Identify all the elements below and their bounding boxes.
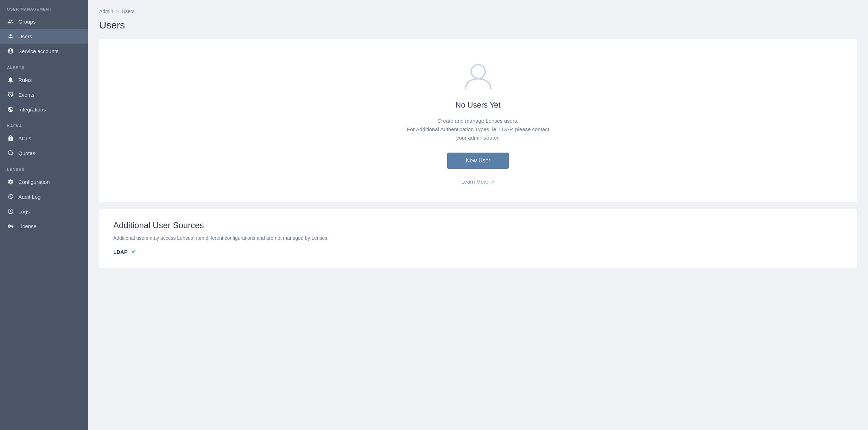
empty-state-card: No Users Yet Create and manage Lenses us… [99,39,857,202]
page-title: Users [99,20,857,31]
user-icon [7,33,14,40]
sidebar-item-license[interactable]: License [0,219,88,233]
external-link-icon: ↗ [490,179,495,185]
service-accounts-label: Service accounts [18,48,58,54]
sidebar-item-acls[interactable]: ACLs [0,131,88,146]
sidebar-item-configuration[interactable]: Configuration [0,174,88,189]
audit-log-icon [7,193,14,200]
sidebar-item-groups[interactable]: Groups [0,14,88,29]
alerts-section-label: ALERTS [0,58,88,72]
ldap-status-icon: ✔ [131,248,137,256]
sidebar-item-integrations[interactable]: Integrations [0,102,88,117]
integrations-label: Integrations [18,107,46,113]
sidebar-item-quotas[interactable]: Quotas [0,146,88,160]
logs-label: Logs [18,208,30,214]
sidebar-item-rules[interactable]: Rules [0,72,88,87]
rules-label: Rules [18,77,32,83]
groups-label: Groups [18,19,36,25]
kafka-section-label: KAFKA [0,117,88,131]
lenses-section-label: LENSES [0,160,88,174]
sidebar-item-users[interactable]: Users [0,29,88,44]
sidebar-item-service-accounts[interactable]: Service accounts [0,44,88,58]
users-label: Users [18,33,32,39]
breadcrumb-users: Users [122,8,135,14]
additional-sources-title: Additional User Sources [113,220,843,230]
new-user-button[interactable]: New User [447,153,508,169]
breadcrumb-admin[interactable]: Admin [99,8,113,14]
additional-sources-card: Additional User Sources Additional users… [99,209,857,268]
events-icon [7,91,14,98]
rules-icon [7,76,14,83]
events-label: Events [18,92,34,98]
empty-state-title: No Users Yet [455,101,500,110]
license-icon [7,223,14,230]
integrations-icon [7,106,14,113]
audit-log-label: Audit Log [18,194,40,200]
learn-more-text: Learn More [461,179,488,185]
ldap-row: LDAP ✔ [113,248,843,256]
quotas-label: Quotas [18,150,35,156]
svg-point-0 [471,65,485,79]
learn-more-link[interactable]: Learn More ↗ [461,179,495,185]
configuration-icon [7,178,14,185]
sidebar-item-audit-log[interactable]: Audit Log [0,189,88,204]
groups-icon [7,18,14,25]
configuration-label: Configuration [18,179,50,185]
license-label: License [18,223,37,229]
quotas-icon [7,149,14,156]
main-content: Admin > Users Users No Users Yet Create … [88,0,868,430]
sidebar-item-events[interactable]: Events [0,87,88,102]
sidebar: USER MANAGEMENT Groups Users Service acc… [0,0,88,430]
user-management-section-label: USER MANAGEMENT [0,0,88,14]
breadcrumb: Admin > Users [99,8,857,14]
sidebar-item-logs[interactable]: Logs [0,204,88,219]
ldap-label: LDAP [113,249,128,255]
breadcrumb-separator: > [116,8,119,14]
empty-state-description: Create and manage Lenses users. For Addi… [404,117,552,142]
acls-icon [7,135,14,142]
logs-icon [7,208,14,215]
no-users-icon [462,60,494,92]
additional-sources-description: Additional users may access Lenses from … [113,235,843,241]
service-accounts-icon [7,47,14,54]
acls-label: ACLs [18,135,31,141]
